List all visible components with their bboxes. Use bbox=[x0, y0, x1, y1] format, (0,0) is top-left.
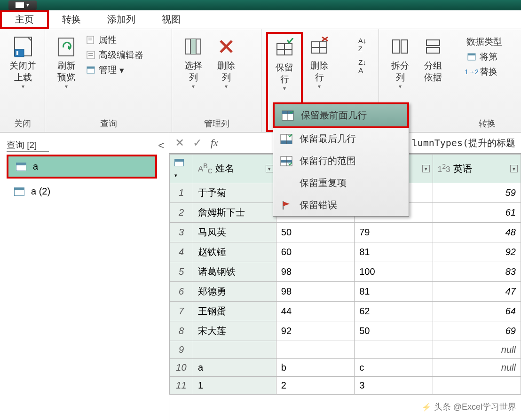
first-row-label: 将第 bbox=[480, 51, 497, 63]
table-row[interactable]: 11123 bbox=[170, 377, 521, 395]
column-header-name[interactable]: ABC姓名▼ bbox=[193, 155, 276, 183]
cell-english[interactable]: 69 bbox=[433, 321, 521, 341]
tab-transform[interactable]: 转换 bbox=[49, 10, 94, 29]
table-row[interactable]: 5诸葛钢铁9810083 bbox=[170, 262, 521, 282]
cell-name[interactable]: 宋大莲 bbox=[193, 321, 276, 341]
tab-view[interactable]: 视图 bbox=[149, 10, 194, 29]
cell-name[interactable]: 王钢蛋 bbox=[193, 302, 276, 321]
cell-english[interactable]: null bbox=[433, 341, 521, 359]
replace-button[interactable]: 1→2 替换 bbox=[466, 66, 508, 78]
table-row[interactable]: 4赵铁锤608192 bbox=[170, 242, 521, 262]
cell-name[interactable]: 赵铁锤 bbox=[193, 242, 276, 262]
advanced-editor-button[interactable]: 高级编辑器 bbox=[86, 49, 143, 61]
cell-c1[interactable]: 44 bbox=[276, 302, 354, 321]
quick-access-button[interactable]: ▼ bbox=[8, 0, 37, 10]
fx-icon[interactable]: fx bbox=[211, 137, 218, 149]
filter-icon[interactable]: ▼ bbox=[266, 165, 273, 172]
group-by-button[interactable]: 分组 依据 bbox=[417, 32, 450, 132]
sort-desc-button[interactable]: Z↓A bbox=[351, 58, 374, 74]
tab-home[interactable]: 主页 bbox=[0, 10, 49, 29]
cell-c1[interactable]: 98 bbox=[276, 282, 354, 302]
query-item-a2[interactable]: a (2) bbox=[7, 181, 169, 202]
filter-icon[interactable]: ▼ bbox=[510, 165, 518, 172]
cell-name[interactable]: 郑德勇 bbox=[193, 282, 276, 302]
keep-errors-item[interactable]: 保留错误 bbox=[273, 194, 409, 216]
row-number: 9 bbox=[170, 341, 193, 359]
keep-duplicates-item[interactable]: 保留重复项 bbox=[273, 172, 409, 194]
collapse-icon[interactable]: < bbox=[158, 140, 164, 152]
editor-icon bbox=[86, 50, 96, 60]
cell-c2[interactable]: 100 bbox=[355, 262, 433, 282]
close-load-button[interactable]: 关闭并 上载 ▾ bbox=[5, 32, 41, 132]
grid-corner[interactable]: ▾ bbox=[170, 155, 193, 183]
cell-c1[interactable]: 98 bbox=[276, 262, 354, 282]
table-row[interactable]: 3马凤英507948 bbox=[170, 223, 521, 242]
cancel-formula-button[interactable]: ✕ bbox=[175, 136, 184, 149]
cell-english[interactable]: 47 bbox=[433, 282, 521, 302]
keep-range-icon bbox=[280, 156, 293, 167]
cell-english[interactable]: null bbox=[433, 359, 521, 377]
cell-english[interactable]: 48 bbox=[433, 223, 521, 242]
cell-name[interactable]: 于予菊 bbox=[193, 183, 276, 203]
choose-columns-button[interactable]: 选择 列 ▾ bbox=[177, 32, 210, 132]
cell-english[interactable] bbox=[433, 377, 521, 395]
accept-formula-button[interactable]: ✓ bbox=[193, 136, 202, 149]
formula-text[interactable]: lumnTypes(提升的标题 bbox=[412, 137, 515, 149]
cell-c2[interactable]: 3 bbox=[355, 377, 433, 395]
cell-name[interactable]: 马凤英 bbox=[193, 223, 276, 242]
cell-english[interactable]: 83 bbox=[433, 262, 521, 282]
cell-c2[interactable]: c bbox=[355, 359, 433, 377]
cell-name[interactable]: 诸葛钢铁 bbox=[193, 262, 276, 282]
cell-c2[interactable]: 50 bbox=[355, 321, 433, 341]
cell-english[interactable]: 92 bbox=[433, 242, 521, 262]
filter-icon[interactable]: ▼ bbox=[422, 165, 430, 172]
row-number: 3 bbox=[170, 223, 193, 242]
cell-c2[interactable]: 62 bbox=[355, 302, 433, 321]
cell-c2[interactable]: 81 bbox=[355, 282, 433, 302]
cell-name[interactable]: 詹姆斯下士 bbox=[193, 203, 276, 223]
keep-bottom-label: 保留最后几行 bbox=[300, 132, 356, 145]
keep-range-rows-item[interactable]: 保留行的范围 bbox=[273, 150, 409, 172]
data-type-button[interactable]: 数据类型 bbox=[466, 36, 508, 48]
cell-c2[interactable]: 81 bbox=[355, 242, 433, 262]
group-label-cols: 管理列 bbox=[172, 118, 261, 129]
refresh-label: 刷新 预览 bbox=[57, 60, 75, 83]
cell-english[interactable]: 59 bbox=[433, 183, 521, 203]
keep-top-rows-item[interactable]: 保留最前面几行 bbox=[273, 102, 409, 128]
table-row[interactable]: 9null bbox=[170, 341, 521, 359]
first-row-button[interactable]: 将第 bbox=[466, 51, 508, 63]
cell-c2[interactable]: 79 bbox=[355, 223, 433, 242]
query-item-a[interactable]: a bbox=[7, 155, 157, 179]
cell-english[interactable]: 61 bbox=[433, 203, 521, 223]
cell-name[interactable]: a bbox=[193, 359, 276, 377]
sort-desc-icon: Z↓A bbox=[358, 58, 366, 74]
keep-bottom-rows-item[interactable]: 保留最后几行 bbox=[273, 128, 409, 150]
cell-c1[interactable]: 60 bbox=[276, 242, 354, 262]
remove-rows-label: 删除 行 bbox=[310, 60, 328, 83]
cell-english[interactable]: 64 bbox=[433, 302, 521, 321]
column-header-english[interactable]: 123英语▼ bbox=[433, 155, 521, 183]
sort-asc-button[interactable]: A↓Z bbox=[351, 37, 374, 53]
refresh-preview-button[interactable]: 刷新 预览 ▾ bbox=[50, 32, 83, 132]
cell-c1[interactable]: 50 bbox=[276, 223, 354, 242]
table-row[interactable]: 6郑德勇988147 bbox=[170, 282, 521, 302]
cell-c1[interactable]: b bbox=[276, 359, 354, 377]
remove-columns-button[interactable]: 删除 列 ▾ bbox=[210, 32, 243, 132]
properties-button[interactable]: 属性 bbox=[86, 34, 143, 46]
table-row[interactable]: 10abcnull bbox=[170, 359, 521, 377]
tab-addcolumn[interactable]: 添加列 bbox=[94, 10, 149, 29]
cell-name[interactable] bbox=[193, 341, 276, 359]
properties-label: 属性 bbox=[99, 34, 117, 46]
cell-c1[interactable]: 2 bbox=[276, 377, 354, 395]
remove-rows-icon bbox=[308, 35, 331, 58]
blank-icon bbox=[280, 178, 293, 189]
cell-c1[interactable]: 92 bbox=[276, 321, 354, 341]
manage-button[interactable]: 管理 ▾ bbox=[86, 64, 143, 76]
table-row[interactable]: 7王钢蛋446264 bbox=[170, 302, 521, 321]
table-row[interactable]: 8宋大莲925069 bbox=[170, 321, 521, 341]
cell-c1[interactable] bbox=[276, 341, 354, 359]
chevron-down-icon: ▾ bbox=[22, 83, 24, 90]
number-type-icon: 123 bbox=[438, 165, 450, 174]
cell-c2[interactable] bbox=[355, 341, 433, 359]
cell-name[interactable]: 1 bbox=[193, 377, 276, 395]
